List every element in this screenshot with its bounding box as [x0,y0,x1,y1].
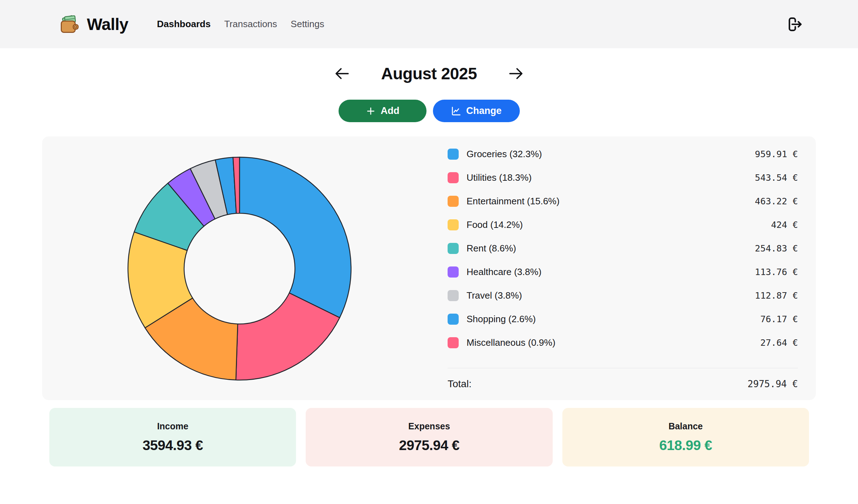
legend-color-swatch [448,337,459,348]
legend-value: 112.87 € [755,290,798,301]
legend-row: Entertainment (15.6%)463.22 € [448,189,798,213]
balance-card: Balance 618.99 € [562,408,809,466]
legend-value: 959.91 € [755,149,798,159]
nav-item-transactions[interactable]: Transactions [224,19,277,30]
income-card: Income 3594.93 € [49,408,296,466]
legend-value: 424 € [771,220,798,230]
balance-value: 618.99 € [659,438,712,453]
legend-label: Travel (3.8%) [467,290,755,301]
balance-label: Balance [669,421,703,431]
legend-label: Rent (8.6%) [467,243,755,254]
legend-color-swatch [448,149,459,160]
legend-row: Utilities (18.3%)543.54 € [448,166,798,189]
app-title: Wally [87,15,128,34]
chart-legend: Groceries (32.3%)959.91 €Utilities (18.3… [448,142,798,395]
expenses-chart-card: Groceries (32.3%)959.91 €Utilities (18.3… [42,136,816,400]
legend-color-swatch [448,266,459,278]
legend-value: 113.76 € [755,267,798,277]
month-navigation: August 2025 [0,64,858,83]
legend-row: Shopping (2.6%)76.17 € [448,307,798,331]
legend-value: 76.17 € [760,314,798,324]
legend-color-swatch [448,172,459,183]
legend-row: Miscellaneous (0.9%)27.64 € [448,331,798,354]
legend-label: Utilities (18.3%) [467,172,755,183]
legend-row: Groceries (32.3%)959.91 € [448,142,798,166]
change-button[interactable]: Change [433,100,520,122]
legend-label: Food (14.2%) [467,219,771,230]
arrow-right-icon [507,65,525,83]
legend-value: 27.64 € [760,338,798,348]
change-button-label: Change [466,105,502,116]
brand[interactable]: Wally [59,14,128,35]
nav-item-settings[interactable]: Settings [291,19,324,30]
summary-cards: Income 3594.93 € Expenses 2975.94 € Bala… [49,408,809,466]
expenses-label: Expenses [408,421,450,431]
legend-label: Shopping (2.6%) [467,314,760,325]
logout-icon [786,15,804,33]
actions-toolbar: Add Change [0,100,858,122]
expenses-value: 2975.94 € [399,438,459,453]
income-label: Income [157,421,188,431]
total-value: 2975.94 € [748,379,798,389]
add-button[interactable]: Add [339,100,426,122]
next-month-button[interactable] [506,64,526,83]
legend-label: Groceries (32.3%) [467,149,755,160]
plus-icon [365,106,376,116]
income-value: 3594.93 € [143,438,203,453]
legend-value: 254.83 € [755,243,798,254]
month-title: August 2025 [381,64,477,83]
legend-divider [448,368,798,368]
expenses-card: Expenses 2975.94 € [306,408,552,466]
arrow-left-icon [333,65,351,83]
prev-month-button[interactable] [332,64,352,83]
legend-list: Groceries (32.3%)959.91 €Utilities (18.3… [448,142,798,354]
expense-donut-chart[interactable] [125,154,354,383]
legend-row: Travel (3.8%)112.87 € [448,284,798,307]
chart-line-icon [451,106,462,116]
legend-color-swatch [448,290,459,301]
legend-color-swatch [448,314,459,325]
legend-row: Rent (8.6%)254.83 € [448,236,798,260]
legend-color-swatch [448,219,459,230]
legend-value: 543.54 € [755,173,798,183]
legend-color-swatch [448,243,459,254]
legend-label: Miscellaneous (0.9%) [467,337,760,348]
nav-item-dashboards[interactable]: Dashboards [157,19,211,30]
legend-label: Entertainment (15.6%) [467,196,755,207]
total-label: Total: [448,378,472,390]
legend-row: Food (14.2%)424 € [448,213,798,236]
legend-row: Healthcare (3.8%)113.76 € [448,260,798,284]
top-navbar: Wally Dashboards Transactions Settings [0,0,858,48]
legend-label: Healthcare (3.8%) [467,266,755,278]
add-button-label: Add [381,105,399,116]
donut-slice-groceries[interactable] [240,157,351,318]
wallet-logo-icon [59,14,80,35]
legend-value: 463.22 € [755,196,798,206]
legend-total-row: Total: 2975.94 € [448,373,798,395]
main-nav: Dashboards Transactions Settings [157,19,324,30]
logout-button[interactable] [785,15,804,34]
legend-color-swatch [448,196,459,207]
